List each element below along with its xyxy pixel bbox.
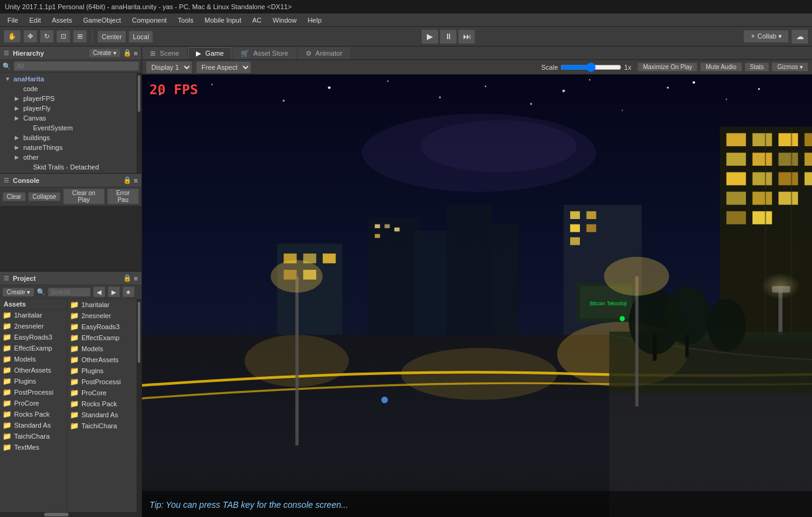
project-scrollbar[interactable] [137, 299, 141, 512]
local-button[interactable]: Local [129, 31, 153, 43]
hierarchy-lock-icon: 🔒 [123, 49, 132, 57]
aspect-select[interactable]: Free Aspect [196, 61, 251, 73]
menu-assets[interactable]: Assets [47, 15, 77, 25]
asset-folder-right[interactable]: 📁Rocks Pack [67, 398, 141, 409]
asset-folder-left[interactable]: 📁TaichiChara [0, 431, 67, 442]
folder-label: TaichiChara [81, 422, 117, 430]
console-clear-on-play-button[interactable]: Clear on Play [63, 188, 105, 204]
menu-edit[interactable]: Edit [24, 15, 46, 25]
asset-folder-right[interactable]: 📁1haritalar [67, 299, 141, 310]
console-error-pause-button[interactable]: Error Pau [107, 188, 139, 204]
hierarchy-scrollbar-thumb[interactable] [138, 75, 140, 112]
asset-folder-right[interactable]: 📁EffectExamp [67, 332, 141, 343]
menu-component[interactable]: Component [127, 15, 171, 25]
hierarchy-item[interactable]: ▶playerFly [0, 103, 137, 113]
asset-folder-right[interactable]: 📁Plugins [67, 365, 141, 376]
console-clear-button[interactable]: Clear [2, 192, 26, 201]
asset-folder-right[interactable]: 📁EasyRoads3 [67, 321, 141, 332]
folder-icon: 📁 [70, 378, 79, 386]
project-scrollbar-thumb[interactable] [138, 302, 140, 363]
console-collapse-button[interactable]: Collapse [28, 192, 61, 201]
folder-icon: 📁 [70, 333, 79, 342]
stats-button[interactable]: Stats [745, 62, 770, 72]
svg-rect-37 [726, 133, 746, 146]
menu-window[interactable]: Window [268, 15, 301, 25]
step-button[interactable]: ⏭ [458, 29, 475, 44]
asset-folder-left[interactable]: 📁EasyRoads3 [0, 332, 67, 343]
project-hscrollbar[interactable] [0, 512, 141, 517]
project-header: ☰ Project 🔒 ≡ [0, 272, 141, 285]
svg-rect-43 [778, 153, 798, 166]
asset-folder-left[interactable]: 📁OtherAssets [0, 365, 67, 376]
folder-label: EffectExamp [14, 344, 52, 352]
display-select[interactable]: Display 1 [146, 61, 192, 73]
menu-tools[interactable]: Tools [173, 15, 198, 25]
svg-rect-47 [778, 172, 798, 185]
svg-rect-31 [570, 237, 580, 245]
project-search-input[interactable] [48, 288, 91, 297]
asset-folder-right[interactable]: 📁PostProcessi [67, 376, 141, 387]
hierarchy-item[interactable]: ▼anaHarita [0, 74, 137, 84]
asset-folder-left[interactable]: 📁PostProcessi [0, 387, 67, 398]
asset-folder-left[interactable]: 📁Plugins [0, 376, 67, 387]
project-icon-btn-2[interactable]: ▶ [108, 286, 120, 297]
center-button[interactable]: Center [97, 31, 126, 43]
hierarchy-item[interactable]: ▶buildings [0, 133, 137, 143]
asset-folder-left[interactable]: 📁2nesneler [0, 321, 67, 332]
rotate-tool-button[interactable]: ↻ [40, 30, 54, 43]
hierarchy-item[interactable]: EventSystem [0, 123, 137, 133]
hierarchy-create-button[interactable]: Create ▾ [89, 48, 121, 58]
project-favorite-icon[interactable]: ★ [122, 286, 135, 297]
tab-asset-store[interactable]: 🛒 Asset Store [233, 47, 296, 59]
move-tool-button[interactable]: ✥ [23, 30, 37, 43]
asset-folder-left[interactable]: 📁Rocks Pack [0, 409, 67, 420]
hierarchy-item[interactable]: code [0, 84, 137, 94]
tab-game[interactable]: ▶ Game [188, 47, 231, 59]
hierarchy-search-input[interactable] [13, 61, 139, 71]
project-create-button[interactable]: Create ▾ [2, 288, 34, 297]
asset-folder-left[interactable]: 📁ProCore [0, 398, 67, 409]
pause-button[interactable]: ⏸ [440, 29, 457, 44]
svg-rect-73 [609, 341, 812, 393]
cloud-button[interactable]: ☁ [791, 29, 808, 44]
mute-audio-button[interactable]: Mute Audio [700, 62, 742, 72]
hierarchy-scrollbar[interactable] [137, 73, 141, 173]
asset-folder-left[interactable]: 📁EffectExamp [0, 343, 67, 354]
menu-help[interactable]: Help [303, 15, 326, 25]
asset-folder-left[interactable]: 📁Standard As [0, 420, 67, 431]
play-button[interactable]: ▶ [421, 29, 438, 44]
menu-file[interactable]: File [2, 15, 23, 25]
asset-folder-right[interactable]: 📁Models [67, 343, 141, 354]
hierarchy-item[interactable]: ▶playerFPS [0, 94, 137, 103]
asset-folder-left[interactable]: 📁1haritalar [0, 310, 67, 321]
maximize-on-play-button[interactable]: Maximize On Play [637, 62, 698, 72]
hierarchy-item[interactable]: ▶natureThings [0, 143, 137, 152]
menu-ac[interactable]: AC [247, 15, 266, 25]
tab-animator[interactable]: ⚙ Animator [298, 47, 350, 59]
gizmos-button[interactable]: Gizmos ▾ [772, 62, 808, 72]
project-icon: ☰ [4, 275, 9, 281]
project-hscrollbar-thumb[interactable] [44, 513, 69, 516]
menu-mobile-input[interactable]: Mobile Input [200, 15, 246, 25]
asset-folder-right[interactable]: 📁Standard As [67, 409, 141, 420]
svg-point-35 [620, 316, 625, 321]
hand-tool-button[interactable]: ✋ [4, 30, 21, 43]
hierarchy-item[interactable]: Skid Trails - Detached [0, 162, 137, 172]
asset-folder-right[interactable]: 📁OtherAssets [67, 354, 141, 365]
hierarchy-item[interactable]: ▶Canvas [0, 113, 137, 123]
scale-tool-button[interactable]: ⊡ [56, 30, 70, 43]
rect-tool-button[interactable]: ⊞ [73, 30, 87, 43]
asset-folder-left[interactable]: 📁TextMes [0, 442, 67, 453]
project-icon-btn-1[interactable]: ◀ [93, 286, 105, 297]
collab-button[interactable]: ⚬ Collab ▾ [743, 30, 789, 43]
hierarchy-item[interactable]: ▶other [0, 152, 137, 162]
scale-slider[interactable] [560, 62, 622, 72]
tab-scene[interactable]: ⊞ Scene [142, 47, 187, 59]
tip-text: Tip: You can press TAB key for the conso… [149, 500, 348, 510]
menu-gameobject[interactable]: GameObject [78, 15, 126, 25]
asset-left-list: 📁1haritalar📁2nesneler📁EasyRoads3📁EffectE… [0, 310, 67, 453]
asset-folder-right[interactable]: 📁2nesneler [67, 310, 141, 321]
asset-folder-left[interactable]: 📁Models [0, 354, 67, 365]
asset-folder-right[interactable]: 📁TaichiChara [67, 420, 141, 431]
asset-folder-right[interactable]: 📁ProCore [67, 387, 141, 398]
